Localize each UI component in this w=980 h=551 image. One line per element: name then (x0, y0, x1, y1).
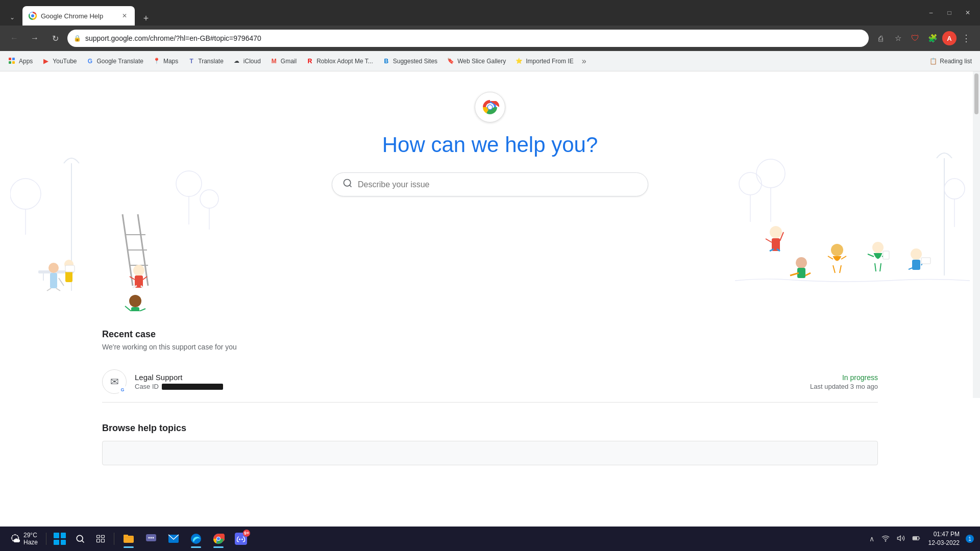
svg-point-19 (48, 263, 59, 273)
back-button[interactable]: ← (6, 30, 22, 46)
svg-rect-59 (797, 268, 805, 278)
maximize-button[interactable]: □ (941, 5, 958, 21)
notification-badge[interactable]: 1 (966, 535, 974, 543)
bookmark-webslice[interactable]: 🔖 Web Slice Gallery (443, 55, 510, 67)
refresh-button[interactable]: ↻ (47, 30, 63, 46)
bookmark-google-translate[interactable]: G Google Translate (82, 55, 148, 67)
wifi-icon[interactable] (879, 532, 892, 546)
bookmark-button[interactable]: ☆ (890, 31, 905, 46)
bookmarks-more-button[interactable]: » (579, 55, 590, 68)
taskbar-separator-1 (46, 533, 46, 545)
show-hidden-icons-button[interactable]: ∧ (867, 533, 876, 545)
svg-line-27 (122, 214, 133, 286)
svg-line-21 (47, 288, 51, 291)
svg-rect-88 (124, 535, 128, 537)
google-translate-icon: G (86, 57, 94, 65)
svg-rect-3 (12, 58, 15, 60)
search-box[interactable] (332, 172, 648, 196)
taskbar-file-explorer[interactable] (118, 529, 139, 549)
svg-rect-5 (12, 61, 15, 64)
forward-button[interactable]: → (27, 30, 43, 46)
browse-topics-bar (102, 441, 878, 465)
svg-line-40 (133, 286, 137, 288)
svg-point-98 (239, 539, 240, 540)
taskbar-clock[interactable]: 01:47 PM 12-03-2022 (924, 530, 964, 547)
volume-icon[interactable] (895, 532, 907, 546)
weather-widget[interactable]: 🌤 29°C Haze (6, 532, 42, 546)
translate-icon: T (187, 57, 195, 65)
case-card[interactable]: ✉ G Legal Support Case ID In progress La… (102, 361, 878, 403)
svg-rect-20 (50, 273, 57, 288)
battery-icon[interactable] (910, 532, 922, 546)
svg-line-36 (125, 306, 131, 311)
bookmarks-bar: Apps ▶ YouTube G Google Translate 📍 Maps… (0, 51, 980, 71)
bookmark-imported-label: Imported From IE (526, 58, 573, 65)
bookmark-gmail[interactable]: M Gmail (266, 55, 301, 67)
taskbar-chat[interactable] (141, 529, 161, 549)
bookmark-roblox[interactable]: R Roblox Adopt Me T... (302, 55, 377, 67)
win-pane-1 (54, 533, 59, 538)
share-button[interactable]: ⎙ (873, 31, 888, 46)
svg-point-99 (241, 539, 243, 540)
email-icon: ✉ (110, 375, 119, 388)
bookmark-suggested[interactable]: B Suggested Sites (378, 55, 442, 67)
taskbar-search-button[interactable] (71, 530, 89, 548)
bookmark-google-translate-label: Google Translate (97, 58, 143, 65)
svg-line-12 (350, 185, 352, 187)
profile-button[interactable]: A (942, 31, 957, 45)
svg-rect-104 (913, 537, 917, 539)
start-button[interactable] (51, 530, 69, 548)
navbar: ← → ↻ 🔒 support.google.com/chrome/?hl=en… (0, 26, 980, 51)
tab-close-button[interactable]: ✕ (120, 12, 129, 20)
bookmark-maps[interactable]: 📍 Maps (149, 55, 182, 67)
address-bar[interactable]: 🔒 support.google.com/chrome/?hl=en-GB#to… (67, 30, 869, 47)
menu-button[interactable]: ⋮ (959, 31, 974, 46)
address-text[interactable]: support.google.com/chrome/?hl=en-GB#topi… (85, 34, 863, 42)
svg-marker-101 (897, 536, 900, 540)
svg-line-56 (766, 239, 772, 242)
reading-list-button[interactable]: 📋 Reading list (925, 56, 976, 67)
shield-icon[interactable]: 🛡 (908, 31, 923, 46)
bookmark-icloud[interactable]: ☁ iCloud (229, 55, 265, 67)
taskbar-mail[interactable] (163, 529, 184, 549)
weather-info: 29°C Haze (23, 532, 38, 546)
close-button[interactable]: ✕ (960, 5, 976, 21)
svg-line-63 (833, 265, 835, 273)
svg-point-24 (64, 260, 74, 269)
scrollbar-thumb[interactable] (974, 73, 978, 114)
suggested-icon: B (382, 57, 390, 65)
case-details: Legal Support Case ID (135, 373, 810, 390)
svg-rect-74 (912, 260, 920, 270)
browse-section: Browse help topics (0, 413, 980, 465)
svg-rect-84 (102, 535, 105, 538)
webslice-icon: 🔖 (447, 57, 455, 65)
bookmark-apps[interactable]: Apps (4, 55, 37, 67)
scrollbar-right[interactable] (973, 71, 980, 398)
svg-line-65 (828, 256, 833, 259)
minimize-button[interactable]: – (923, 5, 939, 21)
new-tab-button[interactable]: + (139, 11, 153, 26)
extensions-button[interactable]: 🧩 (925, 31, 940, 46)
taskbar-discord[interactable]: 9+ (231, 529, 251, 549)
svg-line-57 (780, 232, 783, 241)
discord-badge: 9+ (243, 530, 250, 537)
svg-line-82 (82, 541, 84, 543)
search-input[interactable] (358, 180, 638, 189)
clock-time: 01:47 PM (928, 530, 960, 539)
taskbar-edge[interactable] (186, 529, 206, 549)
bookmark-imported[interactable]: ⭐ Imported From IE (511, 55, 577, 67)
bookmark-youtube[interactable]: ▶ YouTube (38, 55, 81, 67)
bookmark-translate[interactable]: T Translate (183, 55, 228, 67)
taskbar-chrome[interactable] (208, 529, 229, 549)
svg-point-92 (153, 537, 154, 539)
bookmark-suggested-label: Suggested Sites (393, 58, 437, 65)
bookmark-youtube-label: YouTube (53, 58, 77, 65)
svg-line-68 (875, 263, 876, 271)
task-view-button[interactable] (91, 530, 110, 548)
active-tab[interactable]: Google Chrome Help ✕ (22, 6, 135, 26)
svg-point-67 (872, 242, 884, 253)
tabs-menu-button[interactable]: ⌄ (4, 9, 20, 26)
svg-line-70 (868, 254, 874, 257)
search-icon (342, 178, 353, 191)
recent-case-subtitle: We're working on this support case for y… (102, 343, 878, 351)
